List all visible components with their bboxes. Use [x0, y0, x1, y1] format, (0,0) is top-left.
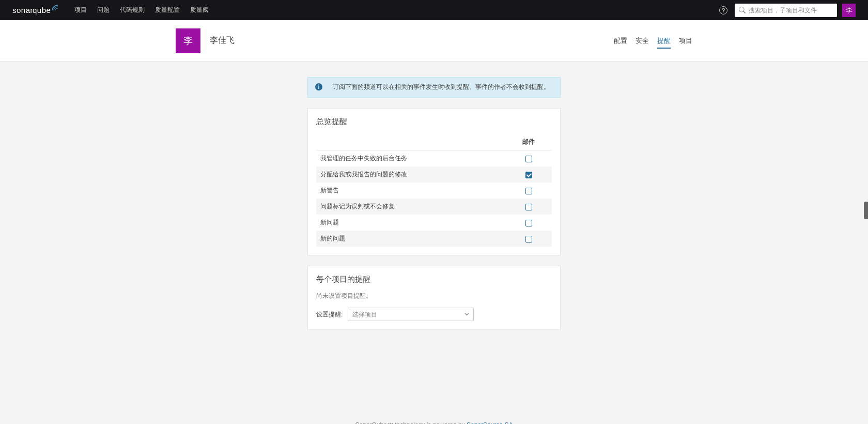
overall-notifications-panel: 总览提醒 邮件 我管理的任务中失败的后台任务分配给我或我报告的问题的修改新警告问…: [307, 108, 561, 255]
user-avatar-small[interactable]: 李: [842, 4, 856, 17]
overall-notifications-table: 邮件 我管理的任务中失败的后台任务分配给我或我报告的问题的修改新警告问题标记为误…: [316, 134, 552, 247]
side-tab-handle[interactable]: [864, 202, 868, 219]
page-body: 订阅下面的频道可以在相关的事件发生时收到提醒。事件的作者不会收到提醒。 总览提醒…: [0, 62, 868, 413]
notification-label: 分配给我或我报告的问题的修改: [316, 166, 505, 183]
project-select-placeholder: 选择项目: [352, 310, 377, 319]
search-icon: [739, 7, 746, 13]
notification-label: 问题标记为误判或不会修复: [316, 199, 505, 215]
brand-wave-icon: [52, 5, 59, 12]
notification-row: 新警告: [316, 183, 552, 199]
footer-powered-text: SonarQube™ technology is powered by: [355, 421, 467, 424]
chevron-down-icon: [464, 311, 469, 318]
set-notification-label: 设置提醒:: [316, 310, 343, 319]
info-banner: 订阅下面的频道可以在相关的事件发生时收到提醒。事件的作者不会收到提醒。: [307, 77, 561, 98]
notification-label: 新问题: [316, 215, 505, 231]
page-footer: SonarQube™ technology is powered by Sona…: [0, 413, 868, 424]
top-nav: sonarqube 项目 问题 代码规则 质量配置 质量阈 ? 李: [0, 0, 868, 20]
info-icon: [315, 83, 322, 92]
tab-projects[interactable]: 项目: [679, 20, 692, 61]
overall-notifications-title: 总览提醒: [316, 117, 552, 127]
tab-security[interactable]: 安全: [636, 20, 649, 61]
svg-point-2: [318, 84, 319, 85]
notification-checkbox[interactable]: [525, 236, 532, 243]
info-banner-text: 订阅下面的频道可以在相关的事件发生时收到提醒。事件的作者不会收到提醒。: [333, 83, 550, 92]
channel-header: 邮件: [505, 134, 552, 150]
notification-label: 新的问题: [316, 231, 505, 247]
notification-row: 我管理的任务中失败的后台任务: [316, 150, 552, 167]
notification-checkbox[interactable]: [525, 204, 532, 210]
notification-checkbox[interactable]: [525, 172, 532, 178]
notification-label: 我管理的任务中失败的后台任务: [316, 150, 505, 167]
notification-row: 分配给我或我报告的问题的修改: [316, 166, 552, 183]
brand-text-second: qube: [33, 6, 51, 14]
help-icon[interactable]: ?: [719, 6, 727, 14]
svg-rect-1: [318, 86, 319, 89]
nav-quality-gates[interactable]: 质量阈: [190, 6, 209, 14]
search-input[interactable]: [749, 7, 833, 14]
user-avatar-large: 李: [176, 28, 200, 53]
tab-notifications[interactable]: 提醒: [657, 20, 671, 61]
notification-checkbox[interactable]: [525, 188, 532, 194]
notification-checkbox[interactable]: [525, 220, 532, 226]
nav-quality-profiles[interactable]: 质量配置: [155, 6, 180, 14]
nav-rules[interactable]: 代码规则: [120, 6, 145, 14]
footer-sonarsource-link[interactable]: SonarSource SA: [467, 421, 513, 424]
per-project-empty: 尚未设置项目提醒。: [316, 292, 552, 300]
notification-row: 新问题: [316, 215, 552, 231]
profile-subnav: 李 李佳飞 配置 安全 提醒 项目: [0, 20, 868, 62]
brand-logo[interactable]: sonarqube: [12, 6, 59, 14]
nav-issues[interactable]: 问题: [97, 6, 110, 14]
per-project-title: 每个项目的提醒: [316, 275, 552, 284]
brand-text-first: sonar: [12, 6, 33, 14]
global-search[interactable]: [735, 4, 837, 17]
per-project-panel: 每个项目的提醒 尚未设置项目提醒。 设置提醒: 选择项目: [307, 266, 561, 330]
tab-profile[interactable]: 配置: [614, 20, 627, 61]
notification-row: 问题标记为误判或不会修复: [316, 199, 552, 215]
nav-projects[interactable]: 项目: [74, 6, 87, 14]
notification-label: 新警告: [316, 183, 505, 199]
project-select[interactable]: 选择项目: [348, 308, 474, 321]
notification-row: 新的问题: [316, 231, 552, 247]
notification-checkbox[interactable]: [525, 156, 532, 162]
user-name: 李佳飞: [210, 35, 235, 46]
